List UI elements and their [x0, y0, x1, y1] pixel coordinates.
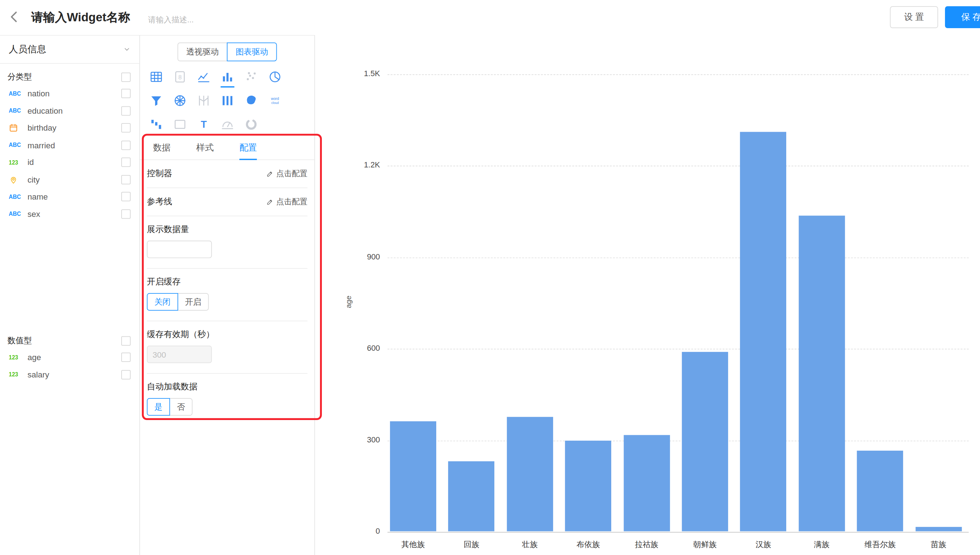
field-checkbox[interactable]: [121, 370, 131, 379]
field-checkbox[interactable]: [121, 175, 131, 184]
gridline: [388, 440, 969, 441]
field-icon-box: 123: [9, 371, 27, 377]
mode-option[interactable]: 图表驱动: [227, 43, 277, 61]
text-chart-icon[interactable]: T: [192, 112, 216, 136]
y-tick-label: 1.2K: [341, 161, 380, 170]
x-axis-label: 壮族: [501, 539, 559, 550]
bar-壮族[interactable]: [507, 417, 553, 531]
topbar: 请输入Widget名称 请输入描述... 设 置 保 存: [0, 0, 980, 35]
field-item-married[interactable]: ABCmarried: [0, 136, 139, 154]
field-item-salary[interactable]: 123salary: [0, 366, 139, 383]
field-icon-box: ABC: [9, 91, 27, 97]
radar-chart-icon[interactable]: [168, 89, 192, 112]
bar-汉族[interactable]: [740, 132, 786, 531]
string-type-icon: ABC: [9, 211, 21, 217]
back-button[interactable]: [3, 8, 25, 27]
scorecard-icon[interactable]: 8: [168, 65, 192, 89]
string-type-icon: ABC: [9, 91, 21, 97]
mode-option[interactable]: 透视驱动: [178, 43, 228, 61]
field-item-birthday[interactable]: birthday: [0, 119, 139, 137]
field-item-id[interactable]: 123id: [0, 154, 139, 171]
panel-tabs: 数据样式配置: [140, 136, 314, 160]
tab-样式[interactable]: 样式: [196, 143, 214, 159]
widget-name-input[interactable]: 请输入Widget名称: [31, 10, 130, 26]
settings-button[interactable]: 设 置: [890, 6, 938, 28]
field-checkbox[interactable]: [121, 124, 131, 133]
field-item-name[interactable]: ABCname: [0, 188, 139, 205]
bar-拉祜族[interactable]: [623, 435, 670, 531]
field-name: birthday: [27, 124, 121, 133]
display-count-input[interactable]: [147, 241, 212, 258]
pie-chart-icon[interactable]: [263, 65, 287, 89]
cache-option[interactable]: 关闭: [147, 293, 178, 310]
bar-满族[interactable]: [799, 215, 845, 531]
bar-其他族[interactable]: [390, 422, 436, 531]
cache-label: 开启缓存: [147, 276, 307, 288]
controller-configure-link[interactable]: 点击配置: [266, 168, 307, 179]
scatter-chart-icon[interactable]: [239, 65, 263, 89]
autoload-option[interactable]: 否: [169, 398, 192, 415]
field-icon-box: ABC: [9, 107, 27, 114]
drive-mode-toggle: 透视驱动图表驱动: [140, 43, 314, 61]
bar-回族[interactable]: [448, 461, 495, 531]
table-icon[interactable]: [144, 65, 168, 89]
save-button[interactable]: 保 存: [945, 6, 980, 28]
field-name: nation: [27, 89, 121, 98]
parallel-chart-icon[interactable]: [192, 89, 216, 112]
field-item-city[interactable]: city: [0, 171, 139, 188]
bar-朝鲜族[interactable]: [682, 352, 728, 531]
dual-axis-chart-icon[interactable]: [239, 112, 263, 136]
field-checkbox[interactable]: [121, 89, 131, 98]
view-name: 人员信息: [9, 43, 46, 55]
bar-维吾尔族[interactable]: [857, 450, 903, 531]
field-group: 数值型123age123salary: [0, 332, 139, 383]
field-name: age: [27, 353, 121, 362]
autoload-option[interactable]: 是: [147, 398, 170, 415]
funnel-chart-icon[interactable]: [144, 89, 168, 112]
field-icon-box: ABC: [9, 194, 27, 200]
sankey-chart-icon[interactable]: [216, 89, 240, 112]
field-group: 分类型ABCnationABCeducationbirthdayABCmarri…: [0, 69, 139, 223]
gridline: [388, 74, 969, 75]
view-selector[interactable]: 人员信息: [0, 36, 139, 64]
field-item-sex[interactable]: ABCsex: [0, 205, 139, 223]
back-arrow-icon: [8, 10, 21, 24]
tab-配置[interactable]: 配置: [239, 143, 256, 159]
field-checkbox[interactable]: [121, 209, 131, 219]
widget-description-input[interactable]: 请输入描述...: [148, 15, 194, 26]
iframe-chart-icon[interactable]: [168, 112, 192, 136]
display-count-label: 展示数据量: [147, 224, 307, 235]
field-group-label: 数值型: [8, 335, 32, 346]
chart-type-grid: 8wordcloudT: [140, 61, 314, 136]
bar-苗族[interactable]: [915, 527, 962, 531]
map-chart-icon[interactable]: [239, 89, 263, 112]
field-checkbox[interactable]: [121, 106, 131, 115]
bar-chart-icon[interactable]: [216, 65, 240, 89]
field-checkbox[interactable]: [121, 192, 131, 201]
line-chart-icon[interactable]: [192, 65, 216, 89]
field-item-education[interactable]: ABCeducation: [0, 102, 139, 119]
gauge-chart-icon[interactable]: [216, 112, 240, 136]
y-tick-label: 300: [341, 436, 380, 444]
tab-数据[interactable]: 数据: [153, 143, 170, 159]
waterfall-chart-icon[interactable]: [144, 112, 168, 136]
y-tick-label: 0: [341, 527, 380, 536]
string-type-icon: ABC: [9, 194, 21, 200]
reference-configure-link[interactable]: 点击配置: [266, 197, 307, 207]
cache-option[interactable]: 开启: [178, 293, 209, 310]
field-item-age[interactable]: 123age: [0, 349, 139, 366]
group-checkbox[interactable]: [121, 336, 131, 345]
bar-chart-plot: 03006009001.2K1.5K其他族回族壮族布依族拉祜族朝鲜族汉族满族维吾…: [388, 74, 969, 532]
field-item-nation[interactable]: ABCnation: [0, 85, 139, 103]
field-name: id: [27, 158, 121, 167]
field-checkbox[interactable]: [121, 158, 131, 167]
field-checkbox[interactable]: [121, 353, 131, 362]
wordcloud-chart-icon[interactable]: wordcloud: [263, 89, 287, 112]
cache-expiry-label: 缓存有效期（秒）: [147, 329, 307, 340]
group-checkbox[interactable]: [121, 72, 131, 82]
controller-label: 控制器: [147, 168, 172, 180]
reference-line-row: 参考线 点击配置: [147, 188, 307, 216]
bar-布依族[interactable]: [565, 440, 611, 531]
autoload-section: 自动加载数据 是否: [147, 374, 307, 426]
field-checkbox[interactable]: [121, 140, 131, 150]
